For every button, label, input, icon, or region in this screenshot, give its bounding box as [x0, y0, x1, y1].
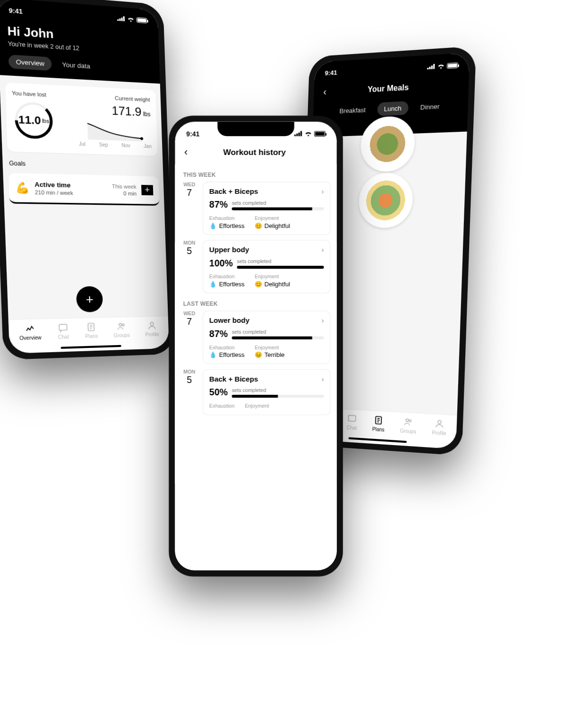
home-indicator[interactable] — [61, 345, 121, 349]
sets-completed-label: sets completed — [232, 387, 324, 393]
nav-plans[interactable]: Plans — [85, 322, 98, 339]
enjoyment-label: Enjoyment — [255, 216, 290, 221]
lost-unit: lbs — [42, 118, 49, 124]
current-weight-label: Current weight — [77, 93, 150, 103]
progress-bar — [232, 336, 324, 339]
face-icon: 😣 — [255, 351, 262, 358]
nav-profile[interactable]: Profile — [432, 418, 447, 436]
svg-point-11 — [409, 419, 411, 422]
status-time: 9:41 — [325, 69, 337, 77]
wifi-icon — [305, 130, 312, 137]
nav-chat[interactable]: Chat — [346, 413, 357, 431]
battery-icon — [314, 131, 326, 137]
exhaustion-value: 💧Effortless — [209, 351, 244, 358]
svg-rect-8 — [348, 415, 356, 421]
chevron-right-icon: › — [322, 316, 324, 324]
progress-bar — [237, 265, 324, 268]
workout-card[interactable]: Back + Biceps›87%sets completedExhaustio… — [203, 182, 331, 235]
current-weight-unit: lbs — [143, 110, 151, 118]
exhaustion-label: Exhaustion — [209, 274, 244, 280]
battery-icon — [447, 62, 458, 68]
current-weight-value: 171.9 — [111, 104, 142, 118]
face-icon: 😊 — [255, 222, 262, 229]
phone-workout-history: 9:41 ‹ Workout history THIS WEEKWED7Back… — [169, 116, 343, 576]
wifi-icon — [127, 16, 135, 23]
phone-overview: 9:41 Hi John You're in week 2 out of 12 … — [0, 0, 175, 360]
exhaustion-label: Exhaustion — [209, 345, 244, 350]
workout-group-header: LAST WEEK — [183, 301, 329, 307]
tab-lunch[interactable]: Lunch — [377, 101, 409, 116]
battery-icon — [136, 17, 147, 23]
enjoyment-label: Enjoyment — [255, 345, 285, 350]
workout-row: MON5Upper body›100%sets completedExhaust… — [181, 240, 330, 293]
workout-row: WED7Back + Biceps›87%sets completedExhau… — [181, 182, 330, 235]
water-drop-icon: 💧 — [209, 281, 217, 288]
workout-card[interactable]: Lower body›87%sets completedExhaustion💧E… — [203, 310, 331, 364]
lost-label: You have lost — [12, 90, 74, 99]
progress-bar — [232, 394, 324, 397]
nav-profile[interactable]: Profile — [145, 320, 159, 337]
workout-title: Back + Biceps — [209, 187, 258, 195]
svg-point-5 — [119, 323, 121, 326]
add-goal-button[interactable]: + — [141, 185, 153, 195]
meal-kcal: ⚡300 kcal — [419, 224, 449, 231]
workout-card[interactable]: Back + Biceps›50%sets completedExhaustio… — [203, 369, 331, 415]
enjoyment-value: 😊Delightful — [255, 281, 290, 288]
tab-yourdata[interactable]: Your data — [54, 57, 98, 73]
sets-completed-label: sets completed — [232, 200, 324, 206]
exhaustion-label: Exhaustion — [209, 216, 244, 221]
svg-rect-3 — [59, 324, 67, 330]
tab-breakfast[interactable]: Breakfast — [333, 103, 372, 118]
sets-completed-label: sets completed — [237, 258, 324, 264]
enjoyment-label: Enjoyment — [245, 403, 269, 409]
chevron-right-icon: › — [322, 374, 324, 383]
wifi-icon — [437, 63, 445, 69]
workout-card[interactable]: Upper body›100%sets completedExhaustion💧… — [203, 240, 331, 293]
nav-groups[interactable]: Groups — [113, 321, 130, 338]
workout-pct: 100% — [209, 258, 233, 269]
progress-bar — [232, 207, 324, 210]
chevron-right-icon: › — [322, 246, 324, 254]
svg-point-12 — [438, 420, 441, 424]
weight-card[interactable]: You have lost 11.0 lbs Current weight — [5, 82, 158, 156]
nav-chat[interactable]: Chat — [57, 323, 69, 340]
tab-overview[interactable]: Overview — [8, 55, 52, 71]
signal-icon — [294, 131, 302, 136]
lost-value: 11.0 — [18, 113, 41, 128]
exhaustion-value: 💧Effortless — [209, 222, 244, 229]
workout-pct: 87% — [209, 200, 228, 210]
workout-title: Back + Biceps — [209, 374, 258, 383]
goal-card-active-time[interactable]: 💪 Active time 210 min / week This week 0… — [9, 173, 160, 206]
svg-point-7 — [150, 322, 154, 326]
workout-date: WED7 — [181, 310, 198, 364]
nav-overview[interactable]: Overview — [19, 323, 41, 341]
goal-title: Active time — [35, 181, 84, 189]
status-time: 9:41 — [9, 6, 23, 15]
workout-pct: 87% — [209, 328, 228, 339]
enjoyment-value: 😣Terrible — [255, 351, 285, 358]
flex-icon: 💪 — [15, 181, 30, 194]
goal-thisweek-value: 0 min — [89, 190, 137, 196]
water-drop-icon: 💧 — [209, 351, 217, 358]
month-label: Jul — [79, 141, 85, 147]
bottom-nav: Overview Chat Plans Groups Profile — [9, 316, 169, 346]
svg-point-10 — [406, 419, 408, 422]
month-label: Jan — [144, 144, 152, 149]
weight-lost-donut: 11.0 lbs — [12, 99, 55, 141]
workout-date: MON5 — [181, 240, 198, 293]
weight-sparkline — [78, 120, 152, 142]
exhaustion-label: Exhaustion — [209, 403, 235, 409]
signal-icon — [117, 16, 125, 21]
page-title: Workout history — [179, 147, 331, 156]
workout-date: WED7 — [181, 182, 198, 235]
workout-title: Upper body — [209, 246, 249, 254]
month-label: Nov — [121, 143, 130, 148]
nav-groups[interactable]: Groups — [400, 417, 417, 435]
month-label: Sep — [99, 142, 108, 147]
workout-row: WED7Lower body›87%sets completedExhausti… — [181, 310, 330, 364]
enjoyment-label: Enjoyment — [255, 274, 290, 280]
sets-completed-label: sets completed — [232, 329, 324, 335]
workout-group-header: THIS WEEK — [183, 172, 329, 178]
tab-dinner[interactable]: Dinner — [413, 99, 447, 114]
nav-plans[interactable]: Plans — [372, 415, 385, 432]
